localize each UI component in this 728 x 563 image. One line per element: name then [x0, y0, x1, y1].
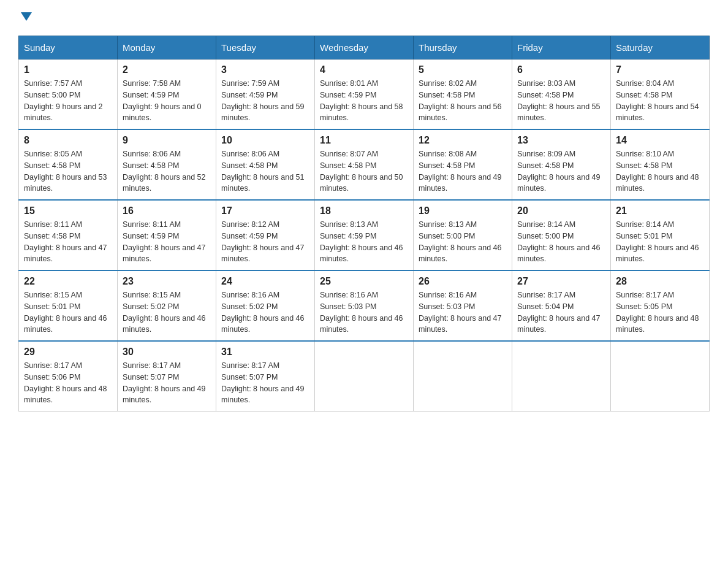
- day-info: Sunrise: 8:01 AM Sunset: 4:59 PM Dayligh…: [320, 78, 408, 124]
- logo-arrow-icon: [21, 12, 32, 23]
- page-header: [18, 12, 710, 23]
- table-row: 15 Sunrise: 8:11 AM Sunset: 4:58 PM Dayl…: [19, 200, 118, 270]
- table-row: 28 Sunrise: 8:17 AM Sunset: 5:05 PM Dayl…: [611, 270, 710, 341]
- day-number: 1: [24, 64, 112, 75]
- calendar-table: Sunday Monday Tuesday Wednesday Thursday…: [18, 36, 710, 412]
- header-friday: Friday: [512, 36, 611, 59]
- day-info: Sunrise: 8:06 AM Sunset: 4:58 PM Dayligh…: [221, 148, 309, 194]
- header-monday: Monday: [118, 36, 216, 59]
- calendar-week-row: 8 Sunrise: 8:05 AM Sunset: 4:58 PM Dayli…: [19, 129, 710, 200]
- table-row: 18 Sunrise: 8:13 AM Sunset: 4:59 PM Dayl…: [315, 200, 414, 270]
- day-number: 26: [419, 276, 507, 287]
- table-row: 17 Sunrise: 8:12 AM Sunset: 4:59 PM Dayl…: [216, 200, 315, 270]
- day-number: 18: [320, 205, 408, 216]
- table-row: 2 Sunrise: 7:58 AM Sunset: 4:59 PM Dayli…: [118, 59, 216, 130]
- day-info: Sunrise: 8:02 AM Sunset: 4:58 PM Dayligh…: [419, 78, 507, 124]
- day-info: Sunrise: 8:08 AM Sunset: 4:58 PM Dayligh…: [419, 148, 507, 194]
- day-number: 9: [123, 135, 211, 146]
- table-row: 29 Sunrise: 8:17 AM Sunset: 5:06 PM Dayl…: [19, 341, 118, 412]
- table-row: 30 Sunrise: 8:17 AM Sunset: 5:07 PM Dayl…: [118, 341, 216, 412]
- table-row: 26 Sunrise: 8:16 AM Sunset: 5:03 PM Dayl…: [414, 270, 512, 341]
- header-saturday: Saturday: [611, 36, 710, 59]
- day-info: Sunrise: 8:17 AM Sunset: 5:06 PM Dayligh…: [24, 360, 112, 406]
- day-info: Sunrise: 7:59 AM Sunset: 4:59 PM Dayligh…: [221, 78, 309, 124]
- day-info: Sunrise: 8:09 AM Sunset: 4:58 PM Dayligh…: [517, 148, 605, 194]
- table-row: 21 Sunrise: 8:14 AM Sunset: 5:01 PM Dayl…: [611, 200, 710, 270]
- logo-line-1: [18, 12, 32, 23]
- table-row: 24 Sunrise: 8:16 AM Sunset: 5:02 PM Dayl…: [216, 270, 315, 341]
- table-row: [512, 341, 611, 412]
- day-info: Sunrise: 8:11 AM Sunset: 4:58 PM Dayligh…: [24, 219, 112, 265]
- day-number: 19: [419, 205, 507, 216]
- table-row: 27 Sunrise: 8:17 AM Sunset: 5:04 PM Dayl…: [512, 270, 611, 341]
- table-row: 16 Sunrise: 8:11 AM Sunset: 4:59 PM Dayl…: [118, 200, 216, 270]
- table-row: 8 Sunrise: 8:05 AM Sunset: 4:58 PM Dayli…: [19, 129, 118, 200]
- day-info: Sunrise: 8:10 AM Sunset: 4:58 PM Dayligh…: [616, 148, 704, 194]
- day-number: 30: [123, 347, 211, 358]
- table-row: 9 Sunrise: 8:06 AM Sunset: 4:58 PM Dayli…: [118, 129, 216, 200]
- day-info: Sunrise: 8:11 AM Sunset: 4:59 PM Dayligh…: [123, 219, 211, 265]
- day-info: Sunrise: 8:17 AM Sunset: 5:07 PM Dayligh…: [123, 360, 211, 406]
- day-number: 4: [320, 64, 408, 75]
- table-row: 13 Sunrise: 8:09 AM Sunset: 4:58 PM Dayl…: [512, 129, 611, 200]
- day-info: Sunrise: 8:16 AM Sunset: 5:03 PM Dayligh…: [419, 289, 507, 335]
- header-wednesday: Wednesday: [315, 36, 414, 59]
- day-info: Sunrise: 8:15 AM Sunset: 5:02 PM Dayligh…: [123, 289, 211, 335]
- day-info: Sunrise: 8:16 AM Sunset: 5:02 PM Dayligh…: [221, 289, 309, 335]
- day-info: Sunrise: 8:07 AM Sunset: 4:58 PM Dayligh…: [320, 148, 408, 194]
- day-number: 8: [24, 135, 112, 146]
- day-number: 29: [24, 347, 112, 358]
- day-info: Sunrise: 8:06 AM Sunset: 4:58 PM Dayligh…: [123, 148, 211, 194]
- weekday-header-row: Sunday Monday Tuesday Wednesday Thursday…: [19, 36, 710, 59]
- day-number: 2: [123, 64, 211, 75]
- day-number: 15: [24, 205, 112, 216]
- day-number: 3: [221, 64, 309, 75]
- day-info: Sunrise: 8:14 AM Sunset: 5:00 PM Dayligh…: [517, 219, 605, 265]
- table-row: 31 Sunrise: 8:17 AM Sunset: 5:07 PM Dayl…: [216, 341, 315, 412]
- table-row: 19 Sunrise: 8:13 AM Sunset: 5:00 PM Dayl…: [414, 200, 512, 270]
- table-row: 1 Sunrise: 7:57 AM Sunset: 5:00 PM Dayli…: [19, 59, 118, 130]
- day-info: Sunrise: 8:03 AM Sunset: 4:58 PM Dayligh…: [517, 78, 605, 124]
- day-info: Sunrise: 8:12 AM Sunset: 4:59 PM Dayligh…: [221, 219, 309, 265]
- header-sunday: Sunday: [19, 36, 118, 59]
- table-row: [414, 341, 512, 412]
- table-row: [611, 341, 710, 412]
- day-info: Sunrise: 8:17 AM Sunset: 5:05 PM Dayligh…: [616, 289, 704, 335]
- day-info: Sunrise: 7:57 AM Sunset: 5:00 PM Dayligh…: [24, 78, 112, 124]
- table-row: 4 Sunrise: 8:01 AM Sunset: 4:59 PM Dayli…: [315, 59, 414, 130]
- header-thursday: Thursday: [414, 36, 512, 59]
- day-info: Sunrise: 8:16 AM Sunset: 5:03 PM Dayligh…: [320, 289, 408, 335]
- logo: [18, 12, 32, 23]
- table-row: [315, 341, 414, 412]
- day-number: 28: [616, 276, 704, 287]
- day-number: 10: [221, 135, 309, 146]
- calendar-week-row: 15 Sunrise: 8:11 AM Sunset: 4:58 PM Dayl…: [19, 200, 710, 270]
- day-info: Sunrise: 8:05 AM Sunset: 4:58 PM Dayligh…: [24, 148, 112, 194]
- table-row: 6 Sunrise: 8:03 AM Sunset: 4:58 PM Dayli…: [512, 59, 611, 130]
- day-number: 13: [517, 135, 605, 146]
- day-number: 21: [616, 205, 704, 216]
- table-row: 12 Sunrise: 8:08 AM Sunset: 4:58 PM Dayl…: [414, 129, 512, 200]
- table-row: 14 Sunrise: 8:10 AM Sunset: 4:58 PM Dayl…: [611, 129, 710, 200]
- day-number: 23: [123, 276, 211, 287]
- table-row: 7 Sunrise: 8:04 AM Sunset: 4:58 PM Dayli…: [611, 59, 710, 130]
- calendar-week-row: 29 Sunrise: 8:17 AM Sunset: 5:06 PM Dayl…: [19, 341, 710, 412]
- day-info: Sunrise: 8:13 AM Sunset: 4:59 PM Dayligh…: [320, 219, 408, 265]
- table-row: 22 Sunrise: 8:15 AM Sunset: 5:01 PM Dayl…: [19, 270, 118, 341]
- day-number: 24: [221, 276, 309, 287]
- calendar-week-row: 1 Sunrise: 7:57 AM Sunset: 5:00 PM Dayli…: [19, 59, 710, 130]
- day-number: 11: [320, 135, 408, 146]
- day-number: 31: [221, 347, 309, 358]
- table-row: 10 Sunrise: 8:06 AM Sunset: 4:58 PM Dayl…: [216, 129, 315, 200]
- table-row: 23 Sunrise: 8:15 AM Sunset: 5:02 PM Dayl…: [118, 270, 216, 341]
- calendar-week-row: 22 Sunrise: 8:15 AM Sunset: 5:01 PM Dayl…: [19, 270, 710, 341]
- day-info: Sunrise: 7:58 AM Sunset: 4:59 PM Dayligh…: [123, 78, 211, 124]
- day-info: Sunrise: 8:14 AM Sunset: 5:01 PM Dayligh…: [616, 219, 704, 265]
- day-number: 20: [517, 205, 605, 216]
- day-number: 17: [221, 205, 309, 216]
- day-info: Sunrise: 8:17 AM Sunset: 5:04 PM Dayligh…: [517, 289, 605, 335]
- day-number: 7: [616, 64, 704, 75]
- day-number: 6: [517, 64, 605, 75]
- day-info: Sunrise: 8:13 AM Sunset: 5:00 PM Dayligh…: [419, 219, 507, 265]
- day-info: Sunrise: 8:15 AM Sunset: 5:01 PM Dayligh…: [24, 289, 112, 335]
